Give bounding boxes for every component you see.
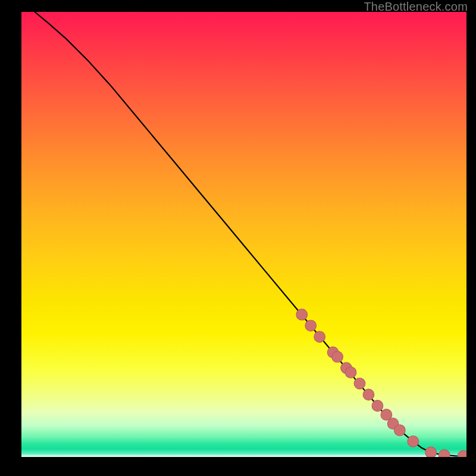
highlight-marker	[408, 436, 419, 447]
highlight-marker	[372, 400, 383, 412]
highlight-marker	[354, 378, 365, 389]
highlight-marker	[332, 351, 343, 362]
highlight-marker	[425, 447, 437, 457]
highlight-marker	[345, 367, 356, 378]
curve-path	[35, 12, 466, 456]
highlight-marker	[458, 450, 466, 457]
plot-area	[21, 12, 466, 457]
highlight-marker	[394, 425, 405, 436]
plot-svg	[21, 12, 466, 457]
highlight-marker	[363, 389, 374, 400]
highlight-marker	[305, 320, 317, 331]
attribution-text: TheBottleneck.com	[364, 0, 468, 14]
chart-stage: TheBottleneck.com	[0, 0, 476, 476]
highlight-marker	[314, 331, 325, 343]
highlight-marker	[296, 309, 308, 320]
highlight-marker	[439, 450, 450, 457]
